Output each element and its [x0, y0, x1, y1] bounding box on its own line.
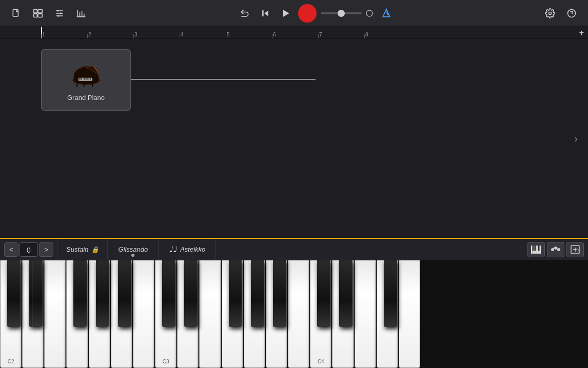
volume-slider[interactable] — [321, 12, 362, 14]
track-timeline-line — [131, 79, 316, 80]
track-list: Grand Piano › — [0, 39, 588, 238]
svg-point-55 — [557, 248, 560, 251]
arpeggio-button[interactable] — [566, 242, 584, 257]
track-view-button[interactable] — [30, 5, 46, 22]
black-key-1-4[interactable] — [251, 260, 264, 327]
svg-line-28 — [92, 83, 93, 87]
svg-rect-1 — [34, 9, 37, 13]
ruler-mark-1: 1 — [41, 32, 87, 38]
toolbar — [0, 0, 588, 27]
white-key-E3[interactable] — [199, 260, 221, 368]
svg-point-19 — [366, 10, 373, 16]
eq-button[interactable] — [73, 5, 89, 22]
black-key-2-1[interactable] — [339, 260, 352, 327]
ruler-mark-5: 5 — [226, 32, 272, 38]
white-key-E4[interactable] — [355, 260, 376, 368]
settings-button[interactable] — [542, 5, 558, 22]
scale-button[interactable]: ♩♩ Asteikko — [159, 239, 216, 260]
octave-nav-group: < 0 > — [0, 239, 58, 260]
svg-rect-42 — [85, 77, 86, 79]
black-key-2-3[interactable] — [384, 260, 397, 327]
white-key-B3[interactable] — [288, 260, 309, 368]
ruler-mark-2: 2 — [87, 32, 133, 38]
help-button[interactable] — [563, 5, 580, 22]
sustain-button[interactable]: Sustain 🔒 — [58, 239, 108, 260]
rewind-button[interactable] — [257, 5, 273, 22]
play-button[interactable] — [278, 5, 294, 22]
ruler-mark-6: 6 — [272, 32, 318, 38]
svg-rect-4 — [38, 13, 42, 17]
grand-piano-icon — [71, 59, 102, 90]
svg-line-29 — [83, 84, 84, 87]
grand-piano-track[interactable]: Grand Piano — [41, 49, 131, 111]
sustain-label: Sustain — [66, 246, 88, 253]
keyboard-controls-bar: < 0 > Sustain 🔒 Glissando ♩♩ Asteikko — [0, 238, 588, 260]
scale-label: Asteikko — [180, 246, 205, 253]
white-key-G4[interactable] — [399, 260, 420, 368]
svg-rect-51 — [535, 246, 536, 251]
lock-icon: 🔒 — [91, 246, 99, 253]
main-area: Grand Piano › < 0 > Sustain 🔒 Gl — [0, 39, 588, 368]
piano-keys-icon — [531, 246, 541, 254]
svg-rect-39 — [79, 77, 80, 79]
svg-marker-18 — [283, 10, 289, 16]
volume-icon — [365, 9, 374, 18]
track-expand-arrow[interactable]: › — [574, 133, 578, 145]
chord-button[interactable] — [547, 242, 564, 257]
svg-point-22 — [549, 12, 552, 14]
key-label-C4: C4 — [318, 359, 324, 364]
svg-marker-16 — [264, 10, 268, 16]
record-button[interactable] — [298, 4, 317, 23]
black-key-1-1[interactable] — [184, 260, 198, 327]
glissando-label: Glissando — [118, 246, 148, 253]
toolbar-left — [8, 5, 89, 22]
svg-rect-43 — [87, 77, 88, 79]
octave-prev-button[interactable]: < — [4, 242, 18, 257]
metronome-button[interactable] — [378, 5, 395, 22]
svg-rect-3 — [34, 13, 37, 17]
right-panel-button[interactable]: › — [577, 244, 580, 255]
white-key-E2[interactable] — [44, 260, 66, 368]
glissando-dot — [131, 254, 134, 257]
svg-rect-17 — [262, 10, 264, 16]
ruler-mark-7: 7 — [318, 32, 364, 38]
transport-section — [237, 4, 395, 23]
black-key-0-0[interactable] — [7, 260, 21, 327]
svg-rect-40 — [81, 77, 82, 79]
black-key-1-0[interactable] — [162, 260, 175, 327]
black-key-1-3[interactable] — [229, 260, 242, 327]
black-key-0-3[interactable] — [73, 260, 87, 327]
svg-rect-50 — [533, 246, 534, 251]
octave-display: 0 — [19, 242, 38, 257]
ruler-marks: 1 2 3 4 5 6 7 8 — [41, 27, 410, 38]
chord-icon — [551, 246, 561, 254]
mixer-button[interactable] — [51, 5, 68, 22]
black-key-0-1[interactable] — [29, 260, 43, 327]
ruler-mark-8: 8 — [364, 32, 410, 38]
svg-rect-0 — [13, 9, 18, 16]
ruler: 1 2 3 4 5 6 7 8 + — [0, 27, 588, 39]
notes-icon: ♩♩ — [169, 244, 177, 254]
undo-button[interactable] — [237, 5, 253, 22]
black-key-1-5[interactable] — [273, 260, 286, 327]
glissando-button[interactable]: Glissando — [108, 239, 159, 260]
black-key-0-4[interactable] — [96, 260, 109, 327]
ruler-add-button[interactable]: + — [579, 28, 584, 37]
ruler-mark-4: 4 — [180, 32, 226, 38]
piano-keys-view-button[interactable] — [527, 242, 545, 257]
black-key-0-5[interactable] — [118, 260, 131, 327]
key-label-C2: C2 — [8, 359, 14, 364]
track-area: Grand Piano › — [0, 39, 588, 238]
white-key-B2[interactable] — [133, 260, 154, 368]
piano-keys-container: C2C3C4 — [0, 260, 588, 368]
svg-point-9 — [60, 12, 62, 14]
grand-piano-label: Grand Piano — [67, 94, 105, 101]
black-key-2-0[interactable] — [317, 260, 330, 327]
svg-rect-2 — [38, 9, 42, 13]
svg-point-53 — [551, 248, 554, 251]
new-button[interactable] — [8, 5, 25, 22]
octave-next-button[interactable]: > — [39, 242, 53, 257]
toolbar-right — [542, 5, 580, 22]
svg-rect-44 — [89, 77, 90, 79]
volume-control — [321, 9, 374, 18]
